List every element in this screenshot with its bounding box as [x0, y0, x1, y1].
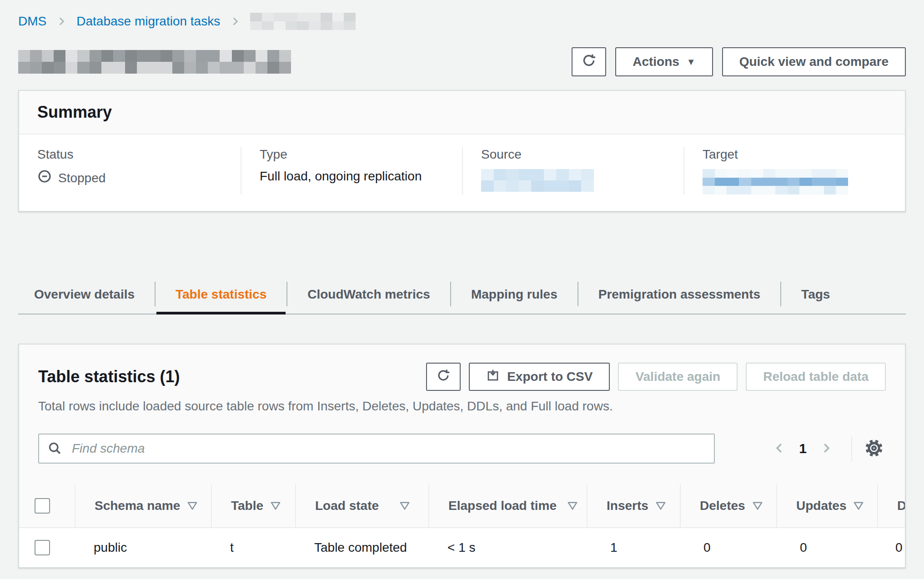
status-label: Status [37, 147, 222, 162]
tab-premigration-assessments[interactable]: Premigration assessments [598, 278, 760, 314]
breadcrumb-link-migration-tasks[interactable]: Database migration tasks [76, 14, 220, 29]
tab-tags[interactable]: Tags [801, 278, 830, 314]
cell-updates: 0 [776, 528, 877, 567]
actions-menu-label: Actions [633, 55, 679, 69]
breadcrumb: DMS Database migration tasks [18, 13, 906, 30]
column-header-elapsed-load-time[interactable]: Elapsed load time [428, 484, 587, 528]
summary-status-field: Status Stopped [19, 147, 241, 195]
stopped-icon [37, 169, 52, 187]
table-filter-row: 1 [38, 434, 886, 464]
download-icon [486, 369, 500, 385]
summary-type-field: Type Full load, ongoing replication [241, 147, 462, 195]
status-value: Stopped [37, 169, 222, 187]
tab-divider [450, 282, 451, 306]
cell-elapsed-load-time: < 1 s [428, 528, 587, 567]
column-header-schema-name[interactable]: Schema name [75, 484, 211, 528]
target-label: Target [703, 147, 887, 162]
summary-body: Status Stopped Type Full load, ongoing r… [19, 135, 905, 211]
current-page-number[interactable]: 1 [793, 441, 813, 456]
pagination-divider [851, 436, 852, 461]
table-statistics-table: Schema name Table Load state Elapsed loa… [19, 484, 905, 567]
column-header-updates[interactable]: Updates [776, 484, 877, 528]
cell-inserts: 1 [587, 528, 680, 567]
column-header-ddls-clipped[interactable]: D [877, 484, 905, 528]
chevron-right-icon [819, 441, 833, 456]
sort-icon[interactable] [656, 501, 666, 510]
column-header-deletes[interactable]: Deletes [680, 484, 776, 528]
breadcrumb-current-redacted [250, 13, 356, 30]
sort-icon[interactable] [753, 501, 763, 510]
chevron-right-icon [55, 15, 67, 27]
page-header: Actions ▼ Quick view and compare [18, 47, 906, 76]
sort-icon[interactable] [854, 501, 864, 510]
chevron-right-icon [229, 15, 241, 27]
table-statistics-buttons: Export to CSV Validate again Reload tabl… [426, 363, 886, 391]
status-text: Stopped [58, 171, 105, 185]
actions-menu-button[interactable]: Actions ▼ [615, 47, 713, 76]
select-all-checkbox[interactable] [35, 498, 50, 514]
column-header-table[interactable]: Table [211, 484, 295, 528]
cell-load-state: Table completed [295, 528, 428, 567]
cell-ddls-clipped: 0 [877, 528, 905, 567]
tab-mapping-rules[interactable]: Mapping rules [471, 278, 557, 314]
reload-table-data-button[interactable]: Reload table data [746, 363, 886, 391]
summary-panel-header: Summary [19, 91, 905, 135]
table-statistics-panel: Table statistics (1) Export to CSV Valid… [18, 344, 906, 568]
schema-search [38, 434, 715, 464]
settings-button[interactable] [862, 436, 886, 461]
tab-table-statistics[interactable]: Table statistics [176, 278, 266, 314]
tab-divider [155, 282, 156, 306]
tab-cloudwatch-metrics[interactable]: CloudWatch metrics [307, 278, 430, 314]
select-all-header-cell [19, 484, 75, 528]
tab-overview-details[interactable]: Overview details [34, 278, 135, 314]
refresh-button[interactable] [572, 47, 606, 76]
tab-divider [780, 282, 781, 306]
source-endpoint-link-redacted[interactable] [481, 169, 594, 192]
export-csv-label: Export to CSV [507, 369, 593, 384]
caret-down-icon: ▼ [687, 57, 696, 66]
column-header-inserts[interactable]: Inserts [587, 484, 680, 528]
tab-bar: Overview details Table statistics CloudW… [18, 278, 906, 314]
cell-table: t [211, 528, 295, 567]
find-schema-input[interactable] [38, 434, 715, 464]
type-value: Full load, ongoing replication [260, 169, 444, 184]
chevron-left-icon [773, 441, 786, 456]
sort-icon[interactable] [567, 501, 578, 510]
summary-source-field: Source [462, 147, 683, 195]
previous-page-button[interactable] [766, 438, 793, 460]
summary-title: Summary [37, 103, 887, 122]
cell-schema-name: public [75, 528, 211, 567]
sort-icon[interactable] [271, 501, 281, 510]
gear-icon [864, 438, 884, 459]
refresh-icon [436, 368, 451, 386]
summary-target-field: Target [683, 147, 905, 195]
tab-divider [286, 282, 287, 306]
table-statistics-header: Table statistics (1) Export to CSV Valid… [19, 344, 905, 391]
type-label: Type [260, 147, 444, 162]
export-csv-button[interactable]: Export to CSV [469, 363, 610, 391]
cell-deletes: 0 [680, 528, 776, 567]
row-checkbox[interactable] [35, 540, 50, 555]
validate-again-button[interactable]: Validate again [618, 363, 738, 391]
search-icon [47, 441, 63, 459]
table-statistics-description: Total rows include loaded source table r… [38, 399, 886, 414]
tab-divider [578, 282, 578, 306]
breadcrumb-link-dms[interactable]: DMS [18, 14, 46, 29]
column-header-load-state[interactable]: Load state [295, 484, 428, 528]
target-endpoint-link-redacted[interactable] [703, 169, 848, 195]
source-label: Source [481, 147, 665, 162]
task-name-redacted [18, 50, 291, 74]
quick-view-compare-button[interactable]: Quick view and compare [722, 47, 906, 76]
sort-icon[interactable] [187, 501, 197, 510]
refresh-icon [581, 53, 597, 71]
table-refresh-button[interactable] [426, 363, 461, 391]
header-actions: Actions ▼ Quick view and compare [572, 47, 906, 76]
dms-task-page: DMS Database migration tasks Actions ▼ Q… [0, 0, 924, 568]
sort-icon[interactable] [400, 501, 410, 510]
table-statistics-title: Table statistics (1) [38, 367, 180, 386]
pagination: 1 [766, 436, 886, 461]
summary-panel: Summary Status Stopped Type Full load, o… [18, 90, 906, 212]
row-select-cell [19, 528, 75, 567]
next-page-button[interactable] [813, 438, 839, 460]
